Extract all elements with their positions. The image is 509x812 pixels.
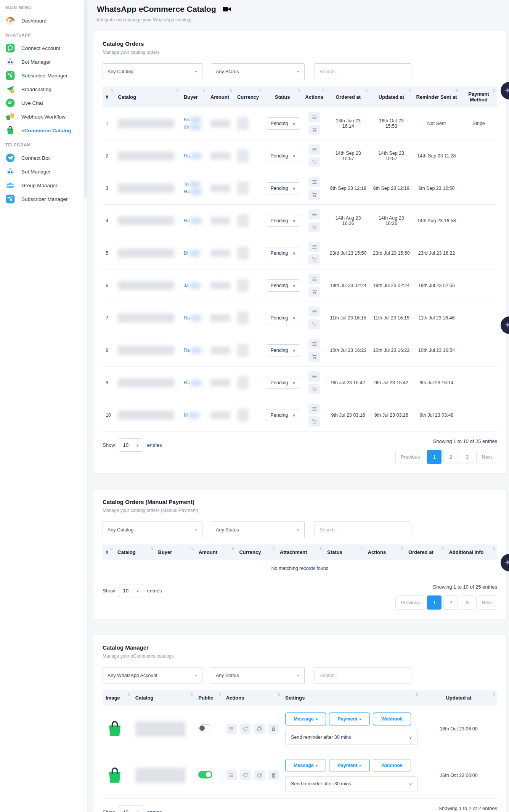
- order-action-cart-icon[interactable]: [308, 351, 320, 362]
- sidebar-item-bot-manager[interactable]: Bot Manager: [0, 165, 83, 178]
- sidebar-scrollbar-thumb[interactable]: [84, 0, 87, 198]
- sidebar-item-bot-manager[interactable]: Bot Manager: [0, 55, 83, 69]
- column-header-ordered-at[interactable]: Ordered at⇅: [326, 86, 369, 108]
- whatsapp-account-filter-select[interactable]: Any WhatsApp Account ▼: [103, 667, 202, 684]
- order-action-cart-icon[interactable]: [308, 254, 320, 265]
- settings-button-webhook[interactable]: Webhook: [373, 713, 411, 725]
- settings-button-payment[interactable]: Payment▸: [329, 713, 370, 725]
- catalog-action-trash-icon[interactable]: [268, 724, 279, 734]
- pager-next-button[interactable]: Next: [476, 450, 497, 464]
- column-header-catalog[interactable]: Catalog⇅: [115, 86, 181, 108]
- column-header-status[interactable]: Status⇅: [263, 86, 302, 108]
- catalog-action-copy-icon[interactable]: [254, 770, 265, 780]
- pager-page-3[interactable]: 3: [460, 450, 474, 464]
- buyer-link[interactable]: Ko: [184, 116, 204, 124]
- column-header-image[interactable]: Image⇅: [103, 690, 132, 706]
- settings-button-message[interactable]: Message▸: [285, 713, 326, 725]
- search-input[interactable]: [315, 63, 411, 80]
- settings-button-webhook[interactable]: Webhook: [373, 759, 411, 772]
- sidebar-item-subscriber-manager[interactable]: Subscriber Manager: [0, 192, 83, 206]
- order-status-select[interactable]: Pending∨: [266, 279, 300, 292]
- column-header-currency[interactable]: Currency⇅: [234, 86, 263, 108]
- order-action-cart-icon[interactable]: [308, 222, 320, 232]
- pager-previous-button[interactable]: Previous: [395, 595, 426, 610]
- column-header-public[interactable]: Public⇅: [195, 690, 223, 706]
- search-input[interactable]: [315, 522, 411, 538]
- column-header-col[interactable]: #⇅: [103, 86, 115, 108]
- order-action-cart-icon[interactable]: [308, 319, 320, 329]
- order-status-select[interactable]: Pending∨: [266, 344, 300, 356]
- status-filter-select[interactable]: Any Status ▼: [211, 63, 305, 80]
- order-status-select[interactable]: Pending∨: [266, 150, 300, 162]
- order-action-cart-icon[interactable]: [308, 157, 320, 167]
- buyer-link[interactable]: To: [184, 181, 204, 188]
- buyer-link[interactable]: Di: [184, 250, 204, 257]
- settings-button-payment[interactable]: Payment▸: [329, 759, 370, 772]
- buyer-link[interactable]: Ra: [184, 347, 204, 354]
- order-status-select[interactable]: Pending∨: [266, 182, 300, 194]
- column-header-attachment[interactable]: Attachment⇅: [277, 544, 324, 560]
- order-action-cart-icon[interactable]: [308, 189, 320, 200]
- search-input[interactable]: [315, 667, 411, 684]
- order-action-list-icon[interactable]: [308, 144, 320, 155]
- public-toggle[interactable]: [198, 724, 212, 732]
- column-header-actions[interactable]: Actions⇅: [223, 690, 282, 706]
- column-header-updated-at[interactable]: Updated at⇅: [420, 690, 497, 706]
- reminder-select[interactable]: Send reminder after 30 mins∨: [285, 730, 418, 745]
- order-action-list-icon[interactable]: [308, 404, 320, 414]
- page-size-select[interactable]: 10 ∨: [119, 438, 143, 452]
- buyer-link[interactable]: Ja: [184, 282, 204, 289]
- sidebar-item-dashboard[interactable]: Dashboard: [0, 14, 83, 27]
- column-header-amount[interactable]: Amount⇅: [196, 544, 236, 560]
- order-action-list-icon[interactable]: [308, 209, 320, 220]
- public-toggle[interactable]: [198, 771, 212, 778]
- settings-button-message[interactable]: Message▸: [285, 759, 326, 772]
- buyer-link[interactable]: M: [184, 412, 204, 419]
- order-action-cart-icon[interactable]: [308, 416, 320, 427]
- order-status-select[interactable]: Pending∨: [266, 247, 300, 259]
- catalog-action-refresh-icon[interactable]: [240, 770, 251, 780]
- order-action-cart-icon[interactable]: [308, 287, 320, 297]
- buyer-link[interactable]: Za: [184, 124, 204, 131]
- catalog-filter-select[interactable]: Any Catalog ▼: [103, 522, 202, 538]
- reminder-select[interactable]: Send reminder after 30 mins∨: [285, 776, 418, 791]
- column-header-ordered-at[interactable]: Ordered at⇅: [405, 544, 446, 560]
- column-header-additional-info[interactable]: Additional Info⇅: [446, 544, 497, 560]
- order-action-list-icon[interactable]: [308, 339, 320, 349]
- pager-page-3[interactable]: 3: [460, 595, 474, 610]
- column-header-settings[interactable]: Settings⇅: [282, 690, 420, 706]
- page-size-select[interactable]: 10 ∨: [119, 806, 143, 812]
- column-header-buyer[interactable]: Buyer⇅: [155, 544, 196, 560]
- status-filter-select[interactable]: Any Status ▼: [211, 522, 305, 538]
- column-header-currency[interactable]: Currency⇅: [236, 544, 276, 560]
- status-filter-select[interactable]: Any Status ▼: [211, 667, 305, 684]
- order-action-list-icon[interactable]: [308, 371, 320, 382]
- column-header-actions[interactable]: Actions⇅: [365, 544, 405, 560]
- column-header-amount[interactable]: Amount⇅: [207, 86, 234, 108]
- column-header-actions[interactable]: Actions⇅: [302, 86, 327, 108]
- buyer-link[interactable]: Ra: [184, 379, 204, 387]
- order-action-list-icon[interactable]: [308, 112, 320, 122]
- buyer-link[interactable]: Ra: [184, 217, 204, 225]
- order-action-list-icon[interactable]: [308, 242, 320, 252]
- order-status-select[interactable]: Pending∨: [266, 312, 300, 324]
- catalog-filter-select[interactable]: Any Catalog ▼: [103, 63, 202, 80]
- order-action-list-icon[interactable]: [308, 307, 320, 317]
- column-header-catalog[interactable]: Catalog⇅: [114, 544, 155, 560]
- column-header-updated-at[interactable]: Updated at⇅: [370, 86, 413, 108]
- sidebar-item-connect-account[interactable]: Connect Account: [0, 41, 83, 55]
- order-status-select[interactable]: Pending∨: [266, 409, 300, 421]
- sidebar-item-live-chat[interactable]: Live Chat: [0, 96, 83, 110]
- order-status-select[interactable]: Pending∨: [266, 215, 300, 227]
- sidebar-item-webhook-workflow[interactable]: Webhook Workflow: [0, 110, 83, 124]
- order-action-cart-icon[interactable]: [308, 384, 320, 394]
- column-header-buyer[interactable]: Buyer⇅: [181, 86, 207, 108]
- buyer-link[interactable]: Ha: [184, 188, 204, 196]
- pager-previous-button[interactable]: Previous: [395, 450, 426, 464]
- video-camera-icon[interactable]: [222, 5, 231, 14]
- pager-page-2[interactable]: 2: [443, 595, 458, 610]
- sidebar-item-group-manager[interactable]: Group Manager: [0, 178, 83, 192]
- order-status-select[interactable]: Pending∨: [266, 117, 300, 130]
- catalog-action-list-icon[interactable]: [226, 770, 237, 780]
- catalog-action-refresh-icon[interactable]: [240, 724, 251, 734]
